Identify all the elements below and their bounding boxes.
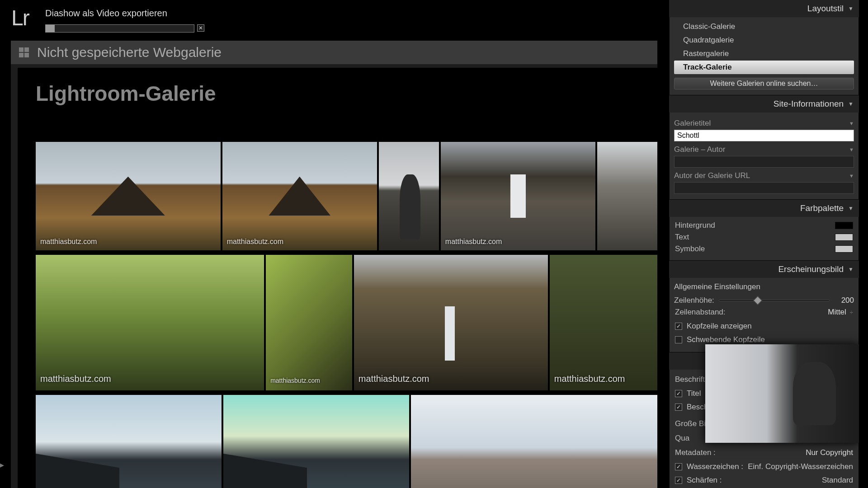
section-title: Site-Informationen	[774, 99, 844, 109]
gallery-title: Lightroom-Galerie	[36, 81, 657, 106]
setting-value[interactable]: Einf. Copyright-Wasserzeichen	[748, 462, 853, 471]
gallery-author-url-input[interactable]	[674, 182, 854, 194]
show-header-checkbox[interactable]: ✓	[675, 323, 682, 330]
field-label: Galerie – Autor	[674, 145, 725, 154]
chevron-down-icon: ▼	[848, 101, 854, 107]
app-logo: Lr	[11, 5, 29, 30]
sharpen-checkbox[interactable]: ✓	[675, 477, 682, 484]
section-color-palette[interactable]: Farbpalette▼	[669, 200, 859, 217]
chevron-down-icon[interactable]: ▼	[849, 147, 854, 152]
setting-label: Große Bi	[675, 419, 706, 428]
layout-option-grid[interactable]: Rastergalerie	[674, 47, 854, 61]
color-label: Text	[675, 233, 689, 242]
thumbnail[interactable]: matthiasbutz.com	[36, 255, 264, 390]
field-label: Autor der Galerie URL	[674, 171, 750, 180]
thumbnail[interactable]: matthiasbutz.com	[550, 255, 657, 390]
expand-left-icon[interactable]: ▸	[0, 460, 4, 470]
floating-header-checkbox[interactable]	[675, 336, 682, 343]
setting-label: Beschrift	[675, 375, 705, 384]
field-label: Galerietitel	[674, 119, 711, 128]
symbols-color-swatch[interactable]	[835, 245, 853, 253]
section-title: Layoutstil	[807, 4, 844, 14]
watermark-text: matthiasbutz.com	[40, 238, 97, 246]
watermark-text: matthiasbutz.com	[270, 377, 320, 384]
bg-color-swatch[interactable]	[835, 222, 853, 229]
thumbnail[interactable]	[411, 395, 657, 488]
section-title: Erscheinungsbild	[778, 264, 844, 274]
watermark-checkbox[interactable]: ✓	[675, 463, 682, 470]
export-cancel-button[interactable]: ✕	[197, 24, 204, 32]
thumbnail[interactable]: matthiasbutz.com	[441, 142, 595, 250]
gallery-author-input[interactable]	[674, 156, 854, 168]
watermark-text: matthiasbutz.com	[40, 374, 111, 384]
chevron-down-icon: ▼	[848, 205, 854, 211]
layout-option-track[interactable]: Track-Galerie	[674, 61, 854, 74]
gallery-preview: Lightroom-Galerie matthiasbutz.com matth…	[18, 68, 657, 488]
gallery-status-title: Nicht gespeicherte Webgalerie	[37, 45, 222, 60]
find-more-galleries-button[interactable]: Weitere Galerien online suchen…	[674, 78, 854, 89]
text-color-swatch[interactable]	[835, 234, 853, 241]
setting-value[interactable]: Nur Copyright	[806, 448, 853, 457]
chevron-down-icon: ▼	[848, 5, 854, 12]
thumbnail[interactable]	[379, 142, 439, 250]
setting-label: Zeilenabstand:	[675, 308, 726, 317]
thumbnail[interactable]: matthiasbutz.com	[36, 142, 221, 250]
section-site-info[interactable]: Site-Informationen▼	[669, 95, 859, 113]
webcam-overlay	[705, 344, 859, 443]
watermark-text: matthiasbutz.com	[445, 238, 502, 246]
thumbnail[interactable]: matthiasbutz.com	[354, 255, 548, 390]
slider-value: 200	[834, 296, 854, 305]
description-checkbox[interactable]: ✓	[675, 404, 682, 411]
section-appearance[interactable]: Erscheinungsbild▼	[669, 261, 859, 278]
subsection-title: Allgemeine Einstellungen	[674, 282, 854, 291]
thumbnail[interactable]	[597, 142, 657, 250]
watermark-text: matthiasbutz.com	[227, 238, 283, 246]
checkbox-label: Schwebende Kopfzeile	[687, 335, 765, 344]
chevron-down-icon[interactable]: ▼	[849, 121, 854, 126]
export-progress-bar	[45, 24, 194, 33]
thumbnail[interactable]	[223, 395, 409, 488]
title-checkbox[interactable]: ✓	[675, 390, 682, 397]
grid-view-icon[interactable]	[19, 47, 29, 57]
section-title: Farbpalette	[800, 203, 844, 213]
chevron-down-icon: ▼	[848, 266, 854, 272]
thumbnail[interactable]: matthiasbutz.com	[266, 255, 352, 390]
gallery-title-input[interactable]	[674, 130, 854, 141]
layout-option-classic[interactable]: Classic-Galerie	[674, 20, 854, 33]
thumbnail[interactable]: matthiasbutz.com	[222, 142, 377, 250]
row-height-slider[interactable]	[719, 300, 830, 301]
thumbnail[interactable]	[36, 395, 222, 488]
watermark-text: matthiasbutz.com	[554, 374, 625, 384]
slider-label: Zeilenhöhe:	[674, 296, 714, 305]
export-task-title: Diashow als Video exportieren	[45, 8, 167, 19]
layout-option-square[interactable]: Quadratgalerie	[674, 33, 854, 47]
checkbox-label: Titel	[687, 389, 701, 398]
color-label: Symbole	[675, 244, 705, 253]
checkbox-label: Schärfen :	[687, 476, 722, 485]
setting-value[interactable]: Standard	[822, 476, 853, 485]
stepper-icon[interactable]: ÷	[850, 309, 853, 316]
checkbox-label: Wasserzeichen :	[687, 462, 743, 471]
color-label: Hintergrund	[675, 221, 715, 230]
setting-value: Mittel	[828, 308, 846, 316]
checkbox-label: Kopfzeile anzeigen	[687, 322, 752, 331]
chevron-down-icon[interactable]: ▼	[849, 173, 854, 178]
setting-label: Qua	[675, 434, 689, 443]
section-layout-style[interactable]: Layoutstil▼	[669, 0, 859, 17]
setting-label: Metadaten :	[675, 448, 716, 457]
watermark-text: matthiasbutz.com	[359, 374, 429, 384]
